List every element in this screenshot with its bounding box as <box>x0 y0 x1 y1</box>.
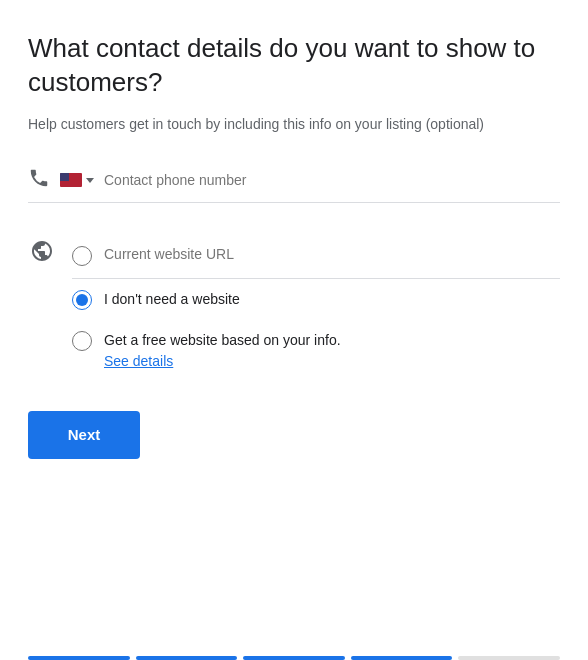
website-url-input[interactable] <box>104 246 560 262</box>
progress-step-3 <box>243 656 345 660</box>
free-website-label[interactable]: Get a free website based on your info. <box>104 332 341 348</box>
current-url-radio[interactable] <box>72 246 92 266</box>
flag-icon <box>60 173 82 187</box>
phone-input[interactable] <box>104 172 560 188</box>
spacer <box>0 483 588 636</box>
phone-row <box>28 167 560 203</box>
website-url-row <box>72 235 560 279</box>
no-website-radio[interactable] <box>72 290 92 310</box>
page-wrapper: What contact details do you want to show… <box>0 0 588 660</box>
progress-step-1 <box>28 656 130 660</box>
main-container: What contact details do you want to show… <box>0 0 588 483</box>
country-code-dropdown[interactable] <box>60 173 94 187</box>
radio-options: I don't need a website Get a free websit… <box>72 235 560 379</box>
url-input-wrap <box>104 245 560 263</box>
globe-icon <box>28 239 56 269</box>
page-subtitle: Help customers get in touch by including… <box>28 114 560 135</box>
chevron-down-icon <box>86 178 94 183</box>
progress-bar <box>0 636 588 660</box>
phone-icon <box>28 167 50 194</box>
page-title: What contact details do you want to show… <box>28 32 560 100</box>
free-website-label-wrap: Get a free website based on your info. S… <box>104 330 560 369</box>
progress-step-5 <box>458 656 560 660</box>
next-button[interactable]: Next <box>28 411 140 459</box>
no-website-row: I don't need a website <box>72 279 560 320</box>
free-website-row: Get a free website based on your info. S… <box>72 320 560 379</box>
progress-step-2 <box>136 656 238 660</box>
free-website-radio[interactable] <box>72 331 92 351</box>
progress-step-4 <box>351 656 453 660</box>
see-details-link[interactable]: See details <box>104 353 560 369</box>
website-section: I don't need a website Get a free websit… <box>28 235 560 379</box>
no-website-label[interactable]: I don't need a website <box>104 289 240 310</box>
